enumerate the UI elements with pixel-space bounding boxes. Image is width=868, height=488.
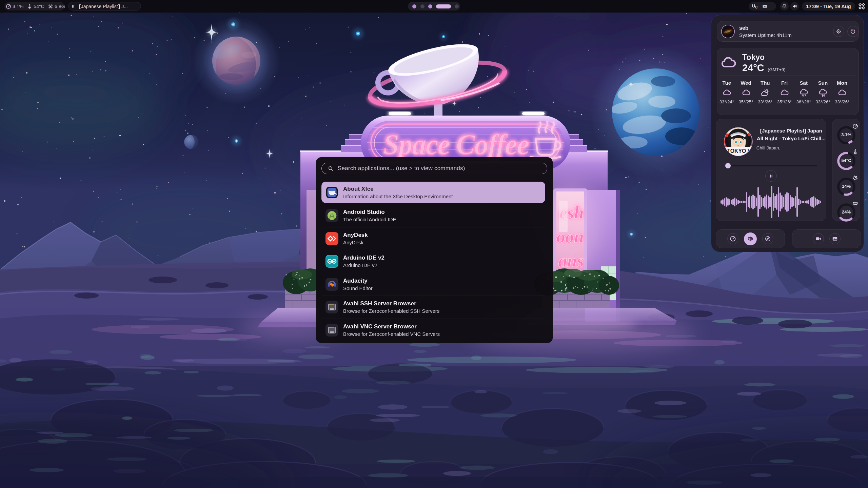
svg-text:Space Coffee: Space Coffee xyxy=(383,129,529,160)
svg-text:ans: ans xyxy=(558,251,584,270)
svg-text:TOKYO L: TOKYO L xyxy=(727,148,751,154)
